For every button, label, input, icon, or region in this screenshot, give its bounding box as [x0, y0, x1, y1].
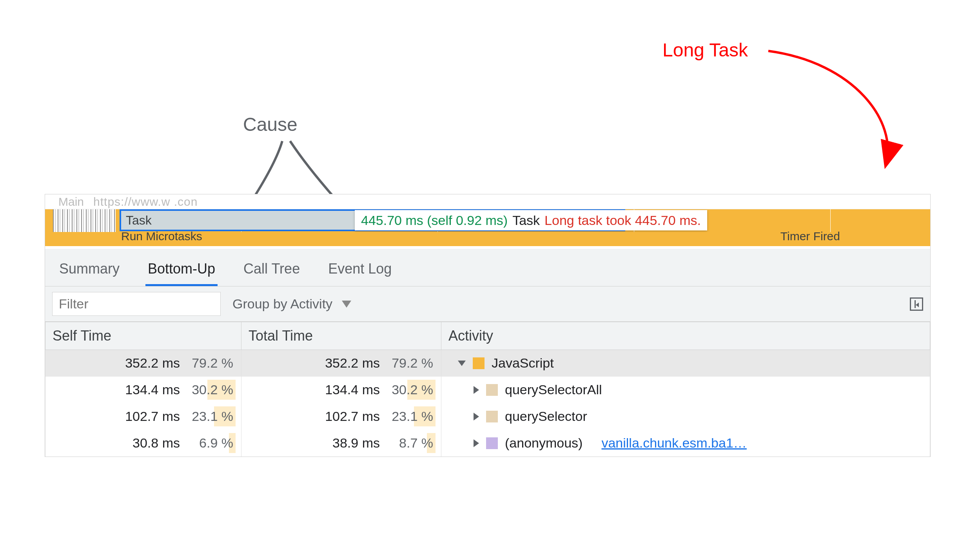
pct-value: 23.1 % [189, 408, 236, 425]
bottom-up-table: Self Time Total Time Activity 352.2 ms79… [45, 322, 930, 457]
timer-fired-label: Timer Fired [780, 230, 840, 243]
tab-bottom-up[interactable]: Bottom-Up [145, 257, 218, 286]
flame-thread-label: Main [58, 195, 84, 208]
table-row[interactable]: 102.7 ms23.1 %102.7 ms23.1 %querySelecto… [45, 403, 930, 430]
group-by-label: Group by Activity [232, 296, 332, 312]
activity-swatch [486, 384, 498, 396]
source-link[interactable]: vanilla.chunk.esm.ba1… [601, 435, 746, 451]
activity-swatch [473, 357, 485, 369]
ms-value: 38.9 ms [317, 435, 380, 451]
tab-summary[interactable]: Summary [57, 257, 122, 286]
activity-swatch [486, 411, 498, 422]
col-self-time[interactable]: Self Time [45, 322, 241, 350]
table-row[interactable]: 134.4 ms30.2 %134.4 ms30.2 %querySelecto… [45, 377, 930, 403]
flame-chart[interactable]: Main https://www.w .con Task 445.70 ms (… [45, 194, 931, 249]
expand-right-icon[interactable] [474, 386, 479, 394]
toggle-details-icon[interactable] [910, 297, 923, 311]
tabs: Summary Bottom-Up Call Tree Event Log [45, 249, 930, 286]
filter-input[interactable] [52, 292, 221, 316]
flame-url: https://www.w .con [93, 195, 198, 208]
pct-value: 6.9 % [189, 435, 236, 451]
activity-label: querySelectorAll [505, 382, 602, 397]
table-row[interactable]: 352.2 ms79.2 %352.2 ms79.2 %JavaScript [45, 350, 930, 377]
ms-value: 352.2 ms [317, 355, 380, 371]
filter-row: Group by Activity [45, 286, 930, 322]
pct-value: 79.2 % [388, 355, 436, 372]
tooltip-warning: Long task took 445.70 ms. [544, 213, 701, 228]
microtask-bar-label: Run Microtasks [121, 230, 202, 243]
expand-down-icon[interactable] [458, 361, 466, 366]
tooltip-name: Task [512, 213, 540, 228]
tooltip-warn-suffix: took 445.70 ms. [603, 213, 701, 228]
pct-value: 8.7 % [388, 435, 436, 451]
activity-swatch [486, 437, 498, 449]
pct-value: 30.2 % [189, 381, 236, 398]
task-bar-label: Task [126, 213, 152, 228]
ms-value: 352.2 ms [117, 355, 180, 371]
activity-label: JavaScript [492, 355, 554, 371]
activity-label: querySelector [505, 409, 587, 424]
flame-header: Main https://www.w .con [45, 194, 930, 209]
col-total-time[interactable]: Total Time [241, 322, 441, 350]
expand-right-icon[interactable] [474, 413, 479, 420]
pct-value: 30.2 % [388, 381, 436, 398]
ms-value: 134.4 ms [117, 382, 180, 397]
tab-event-log[interactable]: Event Log [326, 257, 394, 286]
annotation-long-task: Long Task [662, 39, 748, 61]
task-tooltip: 445.70 ms (self 0.92 ms) Task Long task … [355, 210, 707, 230]
tooltip-time: 445.70 ms (self 0.92 ms) [361, 213, 508, 228]
pct-value: 23.1 % [388, 408, 436, 425]
ms-value: 102.7 ms [317, 409, 380, 424]
flame-barcode [53, 209, 116, 232]
ms-value: 30.8 ms [117, 435, 180, 451]
tab-call-tree[interactable]: Call Tree [241, 257, 302, 286]
ms-value: 102.7 ms [117, 409, 180, 424]
group-by-select[interactable]: Group by Activity [232, 296, 351, 312]
col-activity[interactable]: Activity [441, 322, 930, 350]
bottom-panel: Summary Bottom-Up Call Tree Event Log Gr… [45, 249, 931, 457]
long-task-link[interactable]: Long task [544, 213, 602, 228]
pct-value: 79.2 % [189, 355, 236, 372]
annotation-cause: Cause [243, 114, 298, 135]
ms-value: 134.4 ms [317, 382, 380, 397]
expand-right-icon[interactable] [474, 439, 479, 447]
chevron-down-icon [342, 301, 351, 308]
table-row[interactable]: 30.8 ms6.9 %38.9 ms8.7 %(anonymous)vanil… [45, 430, 930, 457]
activity-label: (anonymous) [505, 435, 583, 451]
